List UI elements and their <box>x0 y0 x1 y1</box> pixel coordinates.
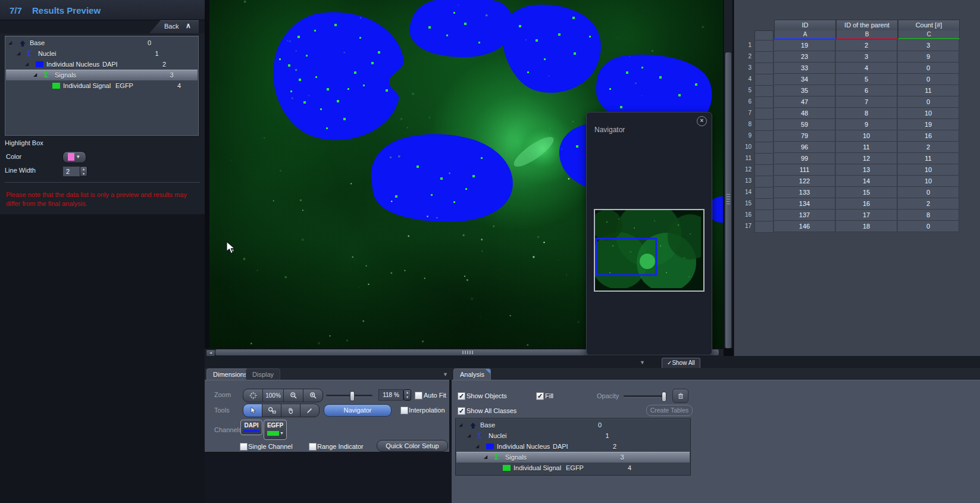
expander-icon[interactable]: ◢ <box>25 59 29 70</box>
table-cell[interactable]: 9 <box>836 119 897 130</box>
row-selector[interactable] <box>754 74 774 86</box>
create-tables-button[interactable]: Create Tables <box>646 405 693 416</box>
table-cell[interactable]: 2 <box>898 142 959 153</box>
row-selector[interactable] <box>754 63 774 74</box>
expander-icon[interactable]: ◢ <box>484 452 487 463</box>
navigator-window[interactable]: Navigator × <box>586 112 712 355</box>
table-cell[interactable]: 137 <box>774 210 835 221</box>
table-cell[interactable]: 19 <box>774 40 835 51</box>
select-tool-button[interactable] <box>243 404 262 417</box>
single-channel-checkbox[interactable] <box>240 443 248 451</box>
pan-tool-button[interactable] <box>281 404 300 417</box>
zoom-region-tool-button[interactable] <box>262 404 281 417</box>
navigator-thumbnail[interactable] <box>594 209 705 292</box>
tree-row-nuclei[interactable]: ◢ΣNuclei1 <box>456 430 690 441</box>
fit-view-button[interactable] <box>243 389 263 402</box>
table-cell[interactable]: 35 <box>774 85 835 96</box>
table-cell[interactable]: 8 <box>836 108 897 119</box>
row-selector[interactable] <box>754 85 774 97</box>
row-selector[interactable] <box>754 130 774 142</box>
opacity-slider[interactable] <box>624 395 666 397</box>
row-number[interactable]: 2 <box>738 51 752 62</box>
table-cell[interactable]: 2 <box>898 198 959 210</box>
table-cell[interactable]: 4 <box>836 63 897 74</box>
show-all-classes-checkbox[interactable] <box>458 407 465 415</box>
table-cell[interactable]: 5 <box>836 74 897 85</box>
zoom-slider[interactable] <box>326 395 372 396</box>
row-number[interactable]: 3 <box>738 63 752 73</box>
zoom-100-button[interactable]: 100% <box>263 389 284 402</box>
close-icon[interactable]: × <box>697 116 707 126</box>
picker-tool-button[interactable] <box>300 404 319 417</box>
tab-analysis[interactable]: Analysis <box>453 368 491 380</box>
fill-checkbox[interactable] <box>536 392 544 400</box>
table-cell[interactable]: 0 <box>898 74 959 85</box>
row-selector[interactable] <box>754 164 774 176</box>
table-cell[interactable]: 9 <box>898 51 959 63</box>
row-number[interactable]: 16 <box>738 210 752 220</box>
table-cell[interactable]: 146 <box>774 221 835 232</box>
row-selector[interactable] <box>754 187 774 199</box>
tree-row-signals[interactable]: ◢ΣSignals3 <box>6 70 198 80</box>
zoom-out-button[interactable] <box>284 389 303 402</box>
row-selector[interactable] <box>754 153 774 165</box>
band-b[interactable]: B <box>836 30 898 39</box>
show-objects-checkbox[interactable] <box>458 392 465 400</box>
table-cell[interactable]: 17 <box>836 210 897 221</box>
expander-icon[interactable]: ◢ <box>467 430 471 441</box>
tree-row-nuclei[interactable]: ◢ΣNuclei1 <box>6 48 198 59</box>
vertical-scrollbar[interactable] <box>724 0 732 348</box>
delete-button[interactable] <box>672 389 688 403</box>
expander-icon[interactable]: ◢ <box>475 441 479 452</box>
tree-row-signals[interactable]: ◢ΣSignals3 <box>456 452 690 463</box>
table-cell[interactable]: 7 <box>836 96 897 108</box>
chevron-down-icon[interactable]: ▾ <box>280 430 283 436</box>
chevron-down-icon[interactable]: ▼ <box>640 360 645 365</box>
expander-icon[interactable]: ◢ <box>8 38 12 48</box>
table-cell[interactable]: 134 <box>774 198 835 210</box>
table-cell[interactable]: 18 <box>836 221 897 232</box>
table-cell[interactable]: 19 <box>898 119 959 130</box>
table-cell[interactable]: 47 <box>774 96 835 108</box>
pane-collapse-icon[interactable]: ▼ <box>443 371 448 377</box>
row-number[interactable]: 14 <box>738 187 752 198</box>
row-number[interactable]: 15 <box>738 198 752 209</box>
range-indicator-checkbox[interactable] <box>309 443 317 451</box>
row-number[interactable]: 1 <box>738 40 752 51</box>
band-a[interactable]: A <box>774 30 836 39</box>
table-cell[interactable]: 0 <box>898 221 959 232</box>
table-cell[interactable]: 13 <box>836 164 897 176</box>
row-number[interactable]: 10 <box>738 142 752 152</box>
column-header-id[interactable]: ID <box>774 20 836 31</box>
auto-fit-checkbox[interactable] <box>415 392 422 399</box>
color-dropdown[interactable]: ▾ <box>62 151 86 163</box>
tree-row-base[interactable]: ◢Base0 <box>6 38 198 48</box>
table-cell[interactable]: 96 <box>774 142 835 153</box>
table-cell[interactable]: 133 <box>774 187 835 198</box>
table-cell[interactable]: 10 <box>898 108 959 119</box>
row-number[interactable]: 5 <box>738 85 752 96</box>
row-selector[interactable] <box>754 96 774 108</box>
opacity-slider-thumb[interactable] <box>662 392 666 402</box>
row-number[interactable]: 13 <box>738 176 752 186</box>
zoom-in-button[interactable] <box>303 389 323 402</box>
table-cell[interactable]: 33 <box>774 63 835 74</box>
row-number[interactable]: 8 <box>738 119 752 130</box>
table-cell[interactable]: 3 <box>898 40 959 51</box>
table-cell[interactable]: 11 <box>898 153 959 164</box>
row-number[interactable]: 12 <box>738 164 752 175</box>
table-cell[interactable]: 10 <box>898 164 959 176</box>
table-cell[interactable]: 16 <box>836 198 897 210</box>
chevron-up-icon[interactable]: ∧ <box>186 21 191 30</box>
tree-row-individual-signal[interactable]: Individual SignalEGFP4 <box>456 463 690 473</box>
row-selector[interactable] <box>754 119 774 131</box>
tab-display[interactable]: Display <box>246 368 280 380</box>
table-cell[interactable]: 34 <box>774 74 835 85</box>
table-cell[interactable]: 3 <box>836 51 897 63</box>
table-cell[interactable]: 15 <box>836 187 897 198</box>
row-number[interactable]: 11 <box>738 153 752 164</box>
interpolation-checkbox[interactable] <box>400 407 408 414</box>
zoom-percent-stepper[interactable]: ▴▾ <box>403 389 411 401</box>
table-cell[interactable]: 23 <box>774 51 835 63</box>
table-cell[interactable]: 0 <box>898 63 959 74</box>
